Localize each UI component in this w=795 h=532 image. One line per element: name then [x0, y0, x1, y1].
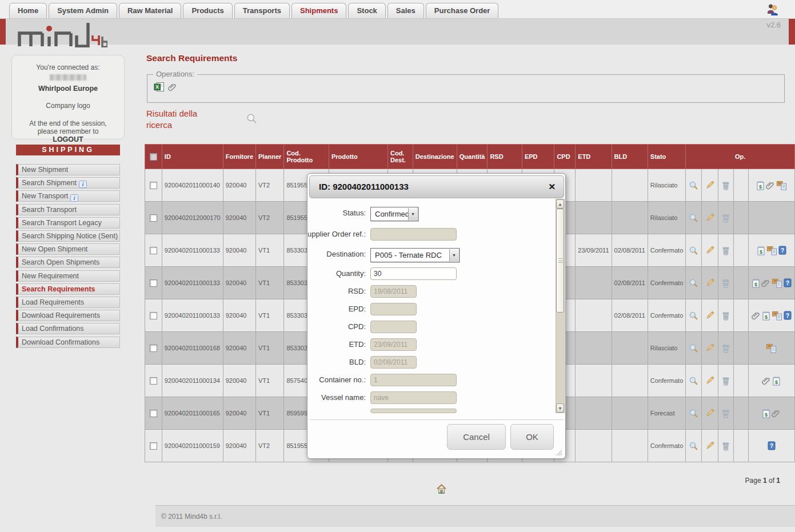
trash-icon[interactable]: [721, 311, 730, 321]
trash-icon[interactable]: [721, 441, 730, 451]
invoice-icon[interactable]: $: [772, 376, 781, 386]
sidebar-item-search-shipping-notice-sent[interactable]: Search Shipping Notice (Sent): [16, 230, 120, 242]
home-icon[interactable]: [436, 484, 447, 494]
lens-icon[interactable]: [689, 311, 698, 321]
lens-icon[interactable]: [689, 343, 698, 353]
sidebar-item-new-requirement[interactable]: New Requirement: [16, 270, 120, 282]
row-checkbox[interactable]: [150, 312, 157, 319]
pencil-icon[interactable]: [705, 213, 715, 223]
invoice-icon[interactable]: $: [762, 409, 770, 418]
sidebar-item-search-transport-legacy[interactable]: Search Transport Legacy: [16, 217, 120, 229]
cancel-button[interactable]: Cancel: [447, 424, 506, 450]
pencil-icon[interactable]: [705, 180, 715, 190]
notes-icon[interactable]: [776, 181, 787, 190]
pencil-icon[interactable]: [705, 310, 715, 321]
sidebar-item-label: New Open Shipment: [22, 245, 87, 253]
lens-icon[interactable]: [689, 278, 698, 288]
tab-raw-material[interactable]: Raw Material: [119, 3, 181, 18]
tab-sales[interactable]: Sales: [387, 3, 424, 18]
notes-icon[interactable]: [766, 343, 777, 353]
lens-icon[interactable]: [689, 181, 698, 190]
attachment-icon[interactable]: [761, 278, 770, 287]
sidebar-item-search-transport[interactable]: Search Transport: [16, 204, 120, 215]
trash-icon[interactable]: [721, 343, 730, 353]
help-icon[interactable]: ?: [784, 311, 792, 320]
notes-icon[interactable]: [772, 311, 782, 321]
dialog-scrollbar[interactable]: ▲ ▼: [556, 199, 565, 413]
row-checkbox[interactable]: [150, 247, 157, 254]
status-select[interactable]: Confirmed▼: [370, 207, 418, 221]
help-icon[interactable]: ?: [784, 278, 792, 287]
sidebar-item-load-requirements[interactable]: Load Requirements: [16, 297, 120, 308]
lens-icon[interactable]: [689, 441, 698, 451]
row-checkbox[interactable]: [150, 377, 157, 385]
attachment-icon[interactable]: [168, 82, 177, 91]
invoice-icon[interactable]: $: [756, 181, 765, 190]
scroll-up-icon[interactable]: ▲: [556, 199, 564, 209]
close-icon[interactable]: ✕: [548, 176, 556, 198]
trash-icon[interactable]: [721, 246, 730, 255]
chevron-down-icon[interactable]: ▼: [449, 249, 458, 261]
trash-icon[interactable]: [721, 409, 730, 418]
row-checkbox[interactable]: [150, 410, 157, 417]
invoice-icon[interactable]: $: [762, 311, 770, 321]
dialog-title-bar[interactable]: ID: 9200402011000133 ✕: [309, 175, 564, 198]
quantity-input[interactable]: 30: [370, 267, 457, 280]
pencil-icon[interactable]: [705, 441, 715, 451]
scrollbar-thumb[interactable]: [556, 209, 564, 313]
pencil-icon[interactable]: [705, 245, 715, 255]
sidebar-item-load-confirmations[interactable]: Load Confirmations: [16, 323, 120, 334]
resize-grip[interactable]: [556, 450, 562, 456]
scroll-down-icon[interactable]: ▼: [556, 403, 564, 413]
help-icon[interactable]: ?: [778, 246, 786, 255]
trash-icon[interactable]: [721, 376, 730, 386]
pencil-icon[interactable]: [705, 375, 715, 386]
row-checkbox[interactable]: [150, 279, 157, 287]
sidebar-item-new-shipment[interactable]: New Shipment: [16, 164, 120, 175]
users-icon[interactable]: [765, 2, 780, 17]
lens-icon[interactable]: [689, 213, 698, 223]
select-all-checkbox[interactable]: [150, 153, 157, 161]
tab-home[interactable]: Home: [9, 3, 47, 18]
tab-shipments[interactable]: Shipments: [291, 3, 346, 18]
row-checkbox[interactable]: [150, 442, 157, 450]
invoice-icon[interactable]: $: [757, 246, 765, 255]
notes-icon[interactable]: [766, 246, 777, 255]
row-checkbox[interactable]: [150, 214, 157, 222]
row-checkbox[interactable]: [150, 345, 157, 352]
invoice-icon[interactable]: $: [752, 278, 760, 288]
search-icon[interactable]: [246, 113, 258, 125]
sidebar-item-download-confirmations[interactable]: Download Confirmations: [16, 337, 120, 348]
attachment-icon[interactable]: [752, 311, 761, 320]
notes-icon[interactable]: [772, 278, 782, 288]
lens-icon[interactable]: [689, 409, 698, 418]
chevron-down-icon[interactable]: ▼: [408, 208, 417, 220]
attachment-icon[interactable]: [772, 409, 781, 418]
sidebar-item-new-transport[interactable]: New Transporti: [16, 190, 120, 202]
tab-purchase-order[interactable]: Purchase Order: [426, 3, 499, 18]
sidebar-item-new-open-shipment[interactable]: New Open Shipment: [16, 243, 120, 255]
pencil-icon[interactable]: [705, 408, 715, 418]
lens-icon[interactable]: [689, 246, 698, 255]
excel-export-icon[interactable]: X: [154, 82, 165, 92]
tab-system-admin[interactable]: System Admin: [49, 3, 117, 18]
attachment-icon[interactable]: [762, 376, 771, 385]
sidebar-item-search-requirements[interactable]: Search Requirements: [16, 283, 120, 295]
row-checkbox[interactable]: [150, 182, 157, 189]
pencil-icon[interactable]: [705, 278, 715, 288]
sidebar-item-search-shipment[interactable]: Search Shipmenti: [16, 177, 120, 189]
attachment-icon[interactable]: [766, 181, 775, 190]
destination-select[interactable]: P005 - Ternate RDC▼: [370, 248, 460, 262]
lens-icon[interactable]: [689, 376, 698, 386]
ok-button[interactable]: OK: [510, 424, 554, 450]
trash-icon[interactable]: [721, 213, 730, 223]
trash-icon[interactable]: [721, 181, 730, 190]
pencil-icon[interactable]: [705, 343, 715, 353]
tab-transports[interactable]: Transports: [234, 3, 290, 18]
sidebar-item-search-open-shipments[interactable]: Search Open Shipments: [16, 257, 120, 268]
trash-icon[interactable]: [721, 278, 730, 288]
help-icon[interactable]: ?: [768, 441, 776, 450]
tab-products[interactable]: Products: [183, 3, 232, 18]
sidebar-item-download-requirements[interactable]: Download Requirements: [16, 310, 120, 321]
tab-stock[interactable]: Stock: [348, 3, 385, 18]
